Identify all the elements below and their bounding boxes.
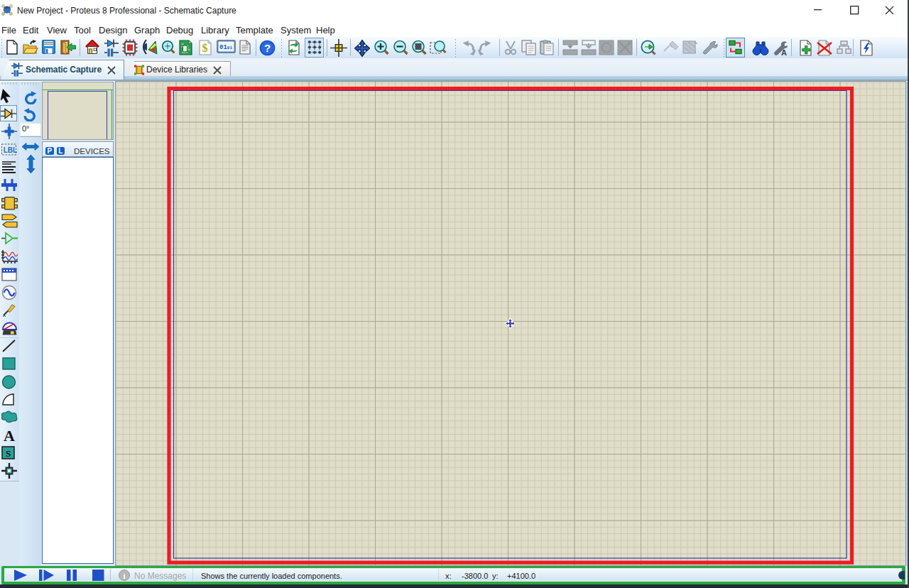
svg-text:A: A: [781, 48, 787, 57]
svg-text:LBL: LBL: [4, 146, 17, 154]
svg-text:?: ?: [264, 42, 271, 54]
svg-text:S: S: [6, 448, 11, 459]
svg-text:i: i: [123, 572, 125, 580]
svg-text:0101: 0101: [219, 44, 232, 51]
svg-text:$: $: [202, 42, 208, 54]
svg-text:A: A: [4, 428, 15, 443]
